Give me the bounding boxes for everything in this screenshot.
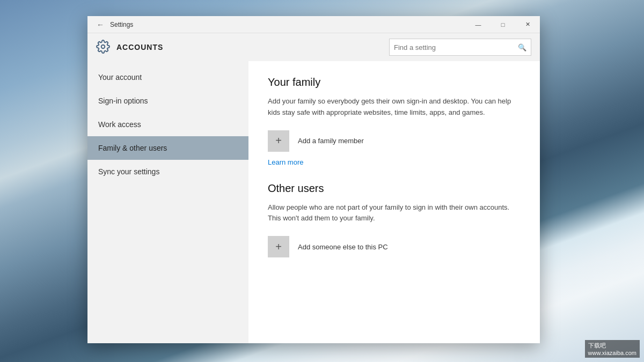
search-box[interactable]: 🔍 <box>389 39 531 56</box>
accounts-title: ACCOUNTS <box>116 43 389 51</box>
sidebar-label-your-account: Your account <box>98 73 142 82</box>
back-button[interactable]: ← <box>94 18 107 31</box>
sidebar-item-sync-settings[interactable]: Sync your settings <box>87 160 248 183</box>
other-users-description: Allow people who are not part of your fa… <box>268 202 521 225</box>
search-input[interactable] <box>394 43 518 51</box>
sidebar: Your account Sign-in options Work access… <box>87 61 248 343</box>
sidebar-item-your-account[interactable]: Your account <box>87 65 248 89</box>
sidebar-label-family-other-users: Family & other users <box>98 144 167 152</box>
window-title: Settings <box>110 21 466 28</box>
titlebar: ← Settings — □ ✕ <box>87 16 540 33</box>
accounts-gear-icon <box>96 40 111 55</box>
add-someone-else-button[interactable]: + Add someone else to this PC <box>268 236 521 257</box>
add-family-member-label: Add a family member <box>298 137 364 145</box>
learn-more-link[interactable]: Learn more <box>268 158 303 166</box>
sidebar-label-sync-settings: Sync your settings <box>98 167 159 176</box>
maximize-icon: □ <box>501 21 505 28</box>
search-icon: 🔍 <box>518 43 526 51</box>
add-other-user-plus-icon: + <box>268 236 289 257</box>
header-bar: ACCOUNTS 🔍 <box>87 33 540 61</box>
minimize-icon: — <box>475 21 481 28</box>
add-family-plus-icon: + <box>268 130 289 152</box>
settings-window: ← Settings — □ ✕ ACCOUNTS 🔍 <box>87 16 540 343</box>
close-button[interactable]: ✕ <box>515 16 540 33</box>
sidebar-item-sign-in-options[interactable]: Sign-in options <box>87 89 248 113</box>
content-panel: Your family Add your family so everybody… <box>248 61 540 343</box>
sidebar-item-work-access[interactable]: Work access <box>87 113 248 136</box>
main-content: Your account Sign-in options Work access… <box>87 61 540 343</box>
sidebar-label-sign-in-options: Sign-in options <box>98 97 148 105</box>
minimize-button[interactable]: — <box>466 16 491 33</box>
maximize-button[interactable]: □ <box>491 16 515 33</box>
sidebar-label-work-access: Work access <box>98 120 141 129</box>
sidebar-item-family-other-users[interactable]: Family & other users <box>87 136 248 160</box>
close-icon: ✕ <box>525 21 530 28</box>
window-controls: — □ ✕ <box>466 16 540 33</box>
your-family-description: Add your family so everybody gets their … <box>268 96 521 119</box>
your-family-title: Your family <box>268 76 521 88</box>
add-someone-else-label: Add someone else to this PC <box>298 243 388 251</box>
watermark: 下载吧 www.xiazaiba.com <box>585 340 640 358</box>
back-icon: ← <box>97 20 104 29</box>
add-family-member-button[interactable]: + Add a family member <box>268 130 521 152</box>
watermark-site: 下载吧 <box>588 342 606 349</box>
svg-point-0 <box>101 45 105 49</box>
other-users-title: Other users <box>268 182 521 195</box>
watermark-url: www.xiazaiba.com <box>588 350 636 356</box>
